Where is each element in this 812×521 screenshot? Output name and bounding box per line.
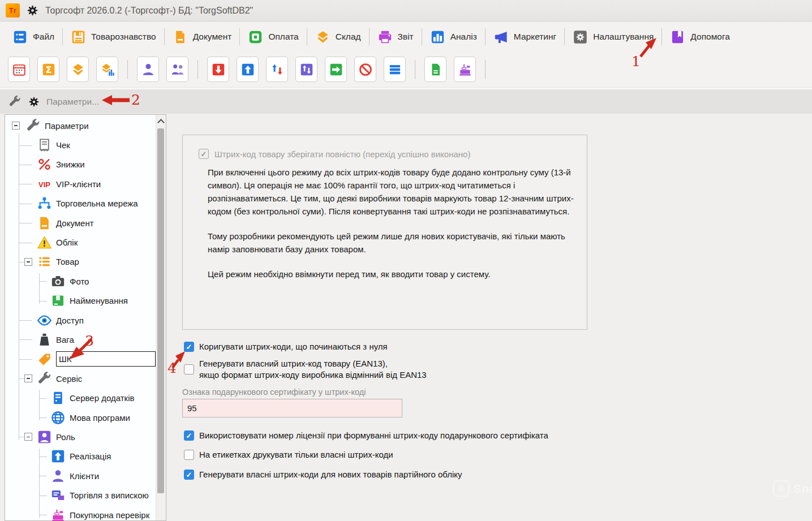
menu-item-label: Товарознавство — [91, 32, 156, 42]
sidebar-item-discounts[interactable]: Знижки — [5, 155, 156, 174]
tree-item-label: Фото — [70, 277, 89, 286]
tree-item-label: Облік — [56, 238, 78, 247]
toolbar-button-rows[interactable] — [384, 57, 406, 82]
menu-item-label: Склад — [336, 32, 361, 42]
camera-icon — [50, 274, 66, 289]
sidebar-item-cash-check[interactable]: Покупюрна перевірк — [5, 505, 156, 521]
svg-text:VIP: VIP — [38, 180, 50, 189]
toolbar-button-calendar[interactable] — [8, 57, 30, 82]
toolbar-button-person[interactable] — [137, 57, 159, 82]
menu-item-file[interactable]: Файл — [7, 26, 60, 48]
tree-item-label: Знижки — [56, 160, 85, 169]
sidebar-item-invoice-trade[interactable]: Торгівля з випискою — [5, 485, 156, 505]
title-bar: Тг Торгсофт 2026.0.2 (-Торгсофт-) БД: "T… — [0, 0, 812, 21]
arrow-up-blue-icon — [240, 62, 255, 77]
toolbar-button-exchange[interactable] — [266, 57, 288, 82]
sidebar-item-receipt[interactable]: Чек — [5, 135, 156, 154]
box-green-icon — [50, 293, 66, 308]
menu-separator — [422, 28, 422, 45]
warehouse-menu-icon — [315, 29, 330, 45]
menu-item-help[interactable]: Допомога — [664, 26, 736, 48]
expander-minus-icon[interactable] — [24, 374, 32, 382]
payment-menu-icon — [248, 29, 263, 45]
checkbox-print-own-barcodes-only[interactable]: ✓ — [184, 450, 194, 460]
document-menu-icon — [173, 29, 188, 45]
sidebar-item-product[interactable]: Товар — [5, 252, 156, 272]
settings-tree-panel: ПараметриЧекЗнижкиVIPVIP-клієнтиТорговел… — [5, 114, 166, 521]
sidebar-item-service[interactable]: Сервіс — [5, 369, 156, 388]
sidebar-item-document[interactable]: Документ — [5, 213, 156, 232]
menu-item-payment[interactable]: Оплата — [242, 26, 304, 48]
option-generate-own-ean13[interactable]: ✓Генерувати власний штрих-код товару (EA… — [184, 358, 427, 381]
eye-icon — [37, 313, 52, 328]
menu-separator — [62, 28, 63, 45]
window-title: Торгсофт 2026.0.2 (-Торгсофт-) БД: "Torg… — [45, 6, 253, 16]
expander-minus-icon[interactable] — [24, 258, 32, 266]
toolbar-button-layers-analysis[interactable] — [96, 57, 118, 82]
sidebar-item-parameters[interactable]: Параметри — [5, 116, 156, 135]
toolbar-button-transfer[interactable] — [295, 57, 317, 82]
option-generate-batch-barcodes[interactable]: ✓Генерувати власні штрих-коди для нових … — [184, 469, 462, 480]
document-orange-icon — [37, 216, 52, 231]
tree-item-label: Доступ — [56, 316, 84, 325]
toolbar-button-export[interactable] — [237, 57, 259, 82]
toolbar-button-import[interactable] — [207, 57, 229, 82]
cash-register-purple-icon — [458, 62, 472, 77]
toolbar-button-layers[interactable] — [67, 57, 89, 82]
toolbar-button-cash-register[interactable] — [454, 57, 476, 82]
expander-minus-icon[interactable] — [12, 122, 20, 130]
checkbox-license-in-certificate[interactable]: ✓ — [184, 430, 194, 441]
store-barcode-full-checkbox: ✓ — [199, 149, 209, 159]
menu-item-warehouse[interactable]: Склад — [310, 26, 367, 48]
sidebar-item-app-server[interactable]: Сервер додатків — [5, 388, 156, 407]
barcode-info-panel: ✓ Штрих-код товару зберігати повністю (п… — [182, 135, 587, 330]
checkbox-generate-batch-barcodes[interactable]: ✓ — [184, 470, 194, 480]
annotation-number-3: 3 — [85, 333, 94, 349]
percent-icon — [37, 157, 52, 172]
tree-item-label: Торгівля з випискою — [70, 490, 149, 500]
tree-item-label: Мова програми — [70, 413, 130, 423]
menu-item-document[interactable]: Документ — [167, 26, 238, 48]
scrollbar-thumb[interactable] — [157, 128, 164, 493]
toolbar: Σ — [0, 52, 812, 87]
toolbar-button-sum[interactable]: Σ — [37, 57, 59, 82]
layers-chart-icon — [100, 62, 115, 77]
sidebar-item-sales[interactable]: Реалізація — [5, 447, 156, 466]
toolbar-button-forward[interactable] — [325, 57, 347, 82]
expander-minus-icon[interactable] — [24, 433, 32, 441]
scrollbar-up-arrow-icon[interactable] — [156, 115, 166, 127]
sidebar-item-vip-clients[interactable]: VIPVIP-клієнти — [5, 174, 156, 193]
analysis-menu-icon — [430, 29, 445, 45]
annotation-arrow-2 — [102, 94, 130, 106]
menu-separator — [239, 28, 240, 45]
menu-item-report[interactable]: Звіт — [372, 26, 419, 48]
torgsoft-window: Тг Торгсофт 2026.0.2 (-Торгсофт-) БД: "T… — [0, 0, 812, 521]
option-print-own-barcodes-only[interactable]: ✓На етикетках друкувати тільки власні шт… — [184, 449, 393, 460]
menu-item-label: Файл — [33, 32, 54, 42]
tree-scrollbar[interactable] — [156, 115, 166, 520]
option-label: Коригувати штрих-коди, що починаються з … — [199, 341, 388, 352]
certificate-sign-input[interactable] — [182, 399, 402, 417]
toolbar-button-block[interactable] — [354, 57, 376, 82]
menu-item-analysis[interactable]: Аналіз — [424, 26, 483, 48]
sidebar-item-trade-network[interactable]: Торговельна мережа — [5, 194, 156, 213]
option-license-in-certificate[interactable]: ✓Використовувати номер ліцензії при форм… — [184, 430, 548, 441]
breadcrumb: Параметри... — [46, 97, 99, 107]
menu-item-goods[interactable]: Товарознавство — [65, 26, 162, 48]
toolbar-button-report-doc[interactable] — [424, 57, 446, 82]
option-fix-zero-barcodes[interactable]: ✓Коригувати штрих-коди, що починаються з… — [184, 341, 388, 352]
sidebar-item-accounting[interactable]: Облік — [5, 232, 156, 252]
menu-item-marketing[interactable]: Маркетинг — [488, 26, 562, 48]
sidebar-item-role[interactable]: Роль — [5, 427, 156, 446]
description-paragraph: При включенні цього режиму до всіх штрих… — [208, 166, 574, 218]
menu-separator — [307, 28, 307, 45]
sidebar-item-language[interactable]: Мова програми — [5, 408, 156, 427]
sidebar-item-naming[interactable]: Найменування — [5, 291, 156, 311]
sidebar-item-photo[interactable]: Фото — [5, 272, 156, 291]
sidebar-item-clients[interactable]: Клієнти — [5, 466, 156, 485]
vip-icon: VIP — [37, 176, 52, 192]
arrow-up-blue-icon — [50, 449, 66, 464]
toolbar-button-people[interactable] — [166, 57, 188, 82]
gear-icon — [28, 96, 40, 107]
sidebar-item-access[interactable]: Доступ — [5, 311, 156, 330]
